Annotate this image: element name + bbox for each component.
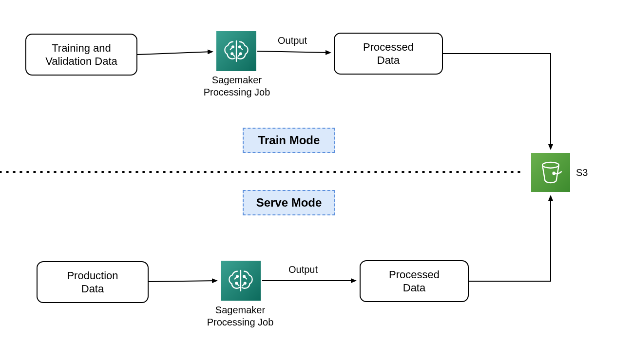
sagemaker-caption-train: SagemakerProcessing Job [194, 74, 280, 98]
train-mode-box: Train Mode [243, 128, 335, 153]
sagemaker-caption-serve: SagemakerProcessing Job [197, 304, 283, 328]
s3-label: S3 [576, 167, 588, 179]
serve-mode-label: Serve Mode [256, 196, 322, 210]
processed-data-serve-box: ProcessedData [360, 260, 469, 302]
serve-mode-box: Serve Mode [243, 190, 335, 215]
svg-point-8 [542, 162, 559, 168]
sagemaker-icon [216, 31, 256, 71]
svg-line-11 [137, 52, 212, 55]
processed-data-train-box: ProcessedData [334, 33, 443, 75]
sagemaker-icon [221, 261, 261, 301]
output-label-serve: Output [288, 264, 318, 275]
svg-line-12 [257, 51, 330, 53]
training-validation-data-box: Training andValidation Data [25, 34, 137, 76]
training-validation-data-label: Training andValidation Data [45, 41, 117, 68]
train-mode-label: Train Mode [258, 134, 320, 147]
processed-data-serve-label: ProcessedData [389, 268, 440, 295]
s3-bucket-icon [531, 153, 570, 192]
processed-data-train-label: ProcessedData [363, 40, 414, 67]
output-label-train: Output [278, 35, 307, 46]
svg-point-9 [553, 172, 555, 174]
production-data-box: ProductionData [37, 261, 149, 303]
production-data-label: ProductionData [67, 269, 118, 296]
svg-line-13 [149, 281, 217, 282]
